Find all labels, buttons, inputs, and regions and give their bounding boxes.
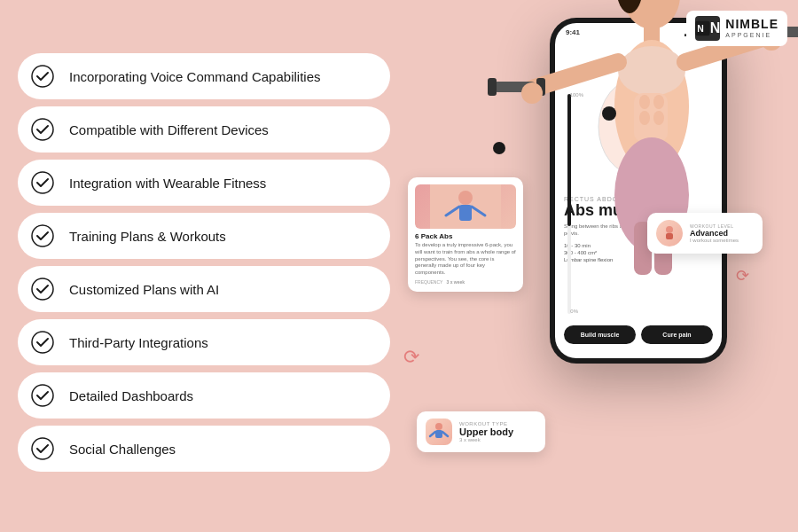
feature-item-social: Social Challenges <box>18 426 390 472</box>
feature-text-wearable: Integration with Wearable Fitness <box>69 176 266 191</box>
upper-body-subtitle: 3 x week <box>459 437 536 442</box>
upper-body-title: Upper body <box>459 426 536 437</box>
check-icon <box>30 117 55 142</box>
feature-item-dashboards: Detailed Dashboards <box>18 372 390 419</box>
svg-point-8 <box>32 385 53 406</box>
feature-item-devices: Compatible with Different Devices <box>18 106 390 153</box>
check-icon <box>30 223 55 248</box>
logo-name: NIMBLE <box>725 18 778 31</box>
feature-text-ai: Customized Plans with AI <box>69 282 219 297</box>
svg-rect-27 <box>435 430 442 438</box>
svg-point-41 <box>639 111 650 125</box>
logo-text: NIMBLE APPGENIE <box>725 18 778 38</box>
advanced-title: Advanced <box>690 229 754 238</box>
upper-body-text: WORKOUT TYPE Upper body 3 x week <box>459 421 536 442</box>
feature-text-social: Social Challenges <box>69 442 176 457</box>
check-icon <box>30 277 55 301</box>
card-6pack-image <box>415 184 516 229</box>
svg-point-2 <box>32 66 53 87</box>
feature-item-integrations: Third-Party Integrations <box>18 319 390 365</box>
feature-text-dashboards: Detailed Dashboards <box>69 388 193 403</box>
svg-point-37 <box>618 46 685 96</box>
advanced-icon <box>656 220 683 246</box>
feature-item-plans: Training Plans & Workouts <box>18 213 390 259</box>
svg-point-51 <box>521 82 543 104</box>
svg-point-4 <box>32 172 53 193</box>
decorative-dot-1 <box>602 106 616 121</box>
svg-rect-31 <box>666 233 673 239</box>
svg-point-26 <box>435 423 442 430</box>
svg-point-9 <box>32 438 53 459</box>
feature-item-wearable: Integration with Wearable Fitness <box>18 160 390 206</box>
advanced-text: WORKOUT LEVEL Advanced I workout sometim… <box>690 223 754 243</box>
feature-item-ai: Customized Plans with AI <box>18 266 390 312</box>
check-icon <box>30 64 55 89</box>
check-icon <box>30 383 55 408</box>
svg-point-3 <box>32 119 53 140</box>
check-icon <box>30 170 55 195</box>
card-6pack-desc: To develop a truly impressive 6-pack, yo… <box>415 242 516 277</box>
feature-item-voice: Incorporating Voice Command Capabilities <box>18 53 390 99</box>
svg-rect-46 <box>488 78 497 96</box>
svg-point-11 <box>458 191 473 205</box>
svg-point-40 <box>653 95 664 109</box>
svg-line-29 <box>442 432 448 436</box>
spiral-dec-1: ⟳ <box>403 346 419 369</box>
card-advanced: WORKOUT LEVEL Advanced I workout sometim… <box>647 213 763 254</box>
feature-text-voice: Incorporating Voice Command Capabilities <box>69 69 320 84</box>
svg-point-7 <box>32 332 53 353</box>
advanced-subtitle: I workout sometimes <box>690 238 754 243</box>
feature-list: Incorporating Voice Command Capabilities… <box>0 44 390 481</box>
check-icon <box>30 330 55 355</box>
svg-point-39 <box>639 95 650 109</box>
card-upper-body: WORKOUT TYPE Upper body 3 x week <box>417 411 545 452</box>
decorative-dot-2 <box>493 142 505 154</box>
feature-text-plans: Training Plans & Workouts <box>69 229 226 244</box>
svg-line-28 <box>430 432 435 436</box>
check-icon <box>30 436 55 461</box>
upper-body-icon <box>426 419 452 445</box>
svg-text:N: N <box>698 24 705 34</box>
phone-area: 6 Pack Abs To develop a truly impressive… <box>355 0 780 532</box>
svg-rect-12 <box>459 205 472 221</box>
feature-text-devices: Compatible with Different Devices <box>69 122 269 137</box>
svg-point-42 <box>653 111 664 125</box>
logo-tagline: APPGENIE <box>725 32 778 39</box>
svg-point-6 <box>32 278 53 300</box>
svg-point-30 <box>666 226 673 233</box>
logo: N NIMBLE APPGENIE <box>686 11 787 46</box>
card-6pack: 6 Pack Abs To develop a truly impressive… <box>408 177 523 292</box>
card-6pack-title: 6 Pack Abs <box>415 232 516 240</box>
logo-icon: N <box>695 16 720 41</box>
card-6pack-freq: FREQUENCY 3 x week <box>415 279 516 285</box>
svg-point-5 <box>32 225 53 246</box>
feature-text-integrations: Third-Party Integrations <box>69 335 208 350</box>
